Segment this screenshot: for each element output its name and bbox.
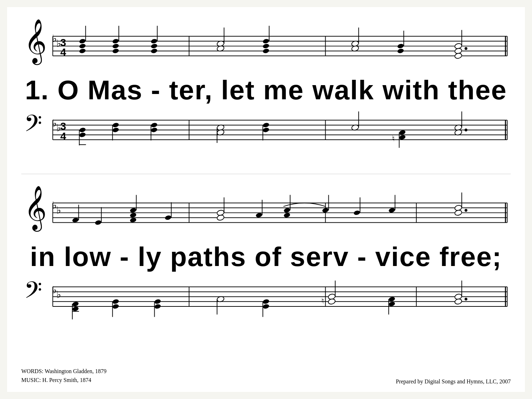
svg-point-78 bbox=[399, 134, 406, 140]
notation-svg-2: 𝄞 ♭ ♭ bbox=[21, 181, 511, 337]
svg-point-24 bbox=[150, 43, 157, 49]
svg-point-161 bbox=[388, 296, 395, 302]
svg-point-38 bbox=[397, 43, 404, 49]
sheet-music-page: 𝄞 ♭ ♭ 3 4 bbox=[7, 7, 525, 392]
svg-point-42 bbox=[454, 52, 462, 59]
music-system-2: 𝄞 ♭ ♭ bbox=[7, 181, 525, 337]
svg-point-64 bbox=[112, 127, 119, 133]
svg-text:𝄞: 𝄞 bbox=[24, 19, 47, 65]
svg-point-25 bbox=[150, 38, 157, 44]
svg-point-61 bbox=[79, 132, 86, 138]
svg-point-63 bbox=[112, 122, 119, 128]
svg-point-165 bbox=[454, 298, 462, 305]
svg-point-120 bbox=[353, 210, 360, 216]
svg-point-115 bbox=[283, 207, 290, 213]
words-credit: WORDS: Washington Gladden, 1879 bbox=[21, 367, 106, 376]
svg-point-104 bbox=[129, 217, 137, 223]
prepared-by: Prepared by Digital Songs and Hymns, LLC… bbox=[396, 378, 511, 385]
svg-text:♭: ♭ bbox=[56, 289, 61, 300]
svg-point-150 bbox=[154, 304, 161, 309]
svg-text:♭: ♭ bbox=[56, 205, 61, 216]
svg-point-122 bbox=[388, 207, 395, 213]
svg-point-20 bbox=[112, 43, 119, 49]
svg-text:𝄞: 𝄞 bbox=[24, 186, 47, 232]
svg-point-105 bbox=[129, 212, 137, 218]
svg-point-16 bbox=[79, 43, 86, 49]
section-divider bbox=[21, 174, 511, 174]
svg-text:𝄢: 𝄢 bbox=[24, 111, 42, 142]
svg-point-143 bbox=[72, 306, 79, 312]
music-credit: MUSIC: H. Percy Smith, 1874 bbox=[21, 376, 106, 385]
music-system-1: 𝄞 ♭ ♭ 3 4 bbox=[7, 14, 525, 170]
svg-point-32 bbox=[262, 38, 270, 44]
svg-point-43 bbox=[465, 47, 467, 50]
svg-point-142 bbox=[72, 301, 79, 307]
svg-point-154 bbox=[262, 299, 270, 304]
svg-point-126 bbox=[465, 209, 467, 212]
svg-point-113 bbox=[255, 212, 262, 218]
svg-point-108 bbox=[165, 215, 172, 221]
svg-point-106 bbox=[129, 207, 137, 213]
footer: WORDS: Washington Gladden, 1879 MUSIC: H… bbox=[21, 367, 511, 385]
svg-point-100 bbox=[72, 217, 79, 223]
lyrics-line-2: in low - ly paths of serv - vice free; bbox=[30, 241, 502, 272]
svg-point-116 bbox=[283, 212, 290, 218]
svg-point-111 bbox=[217, 210, 225, 216]
svg-point-31 bbox=[262, 43, 270, 49]
svg-point-72 bbox=[262, 122, 270, 128]
svg-point-37 bbox=[397, 48, 404, 54]
svg-point-67 bbox=[150, 127, 157, 133]
svg-point-30 bbox=[262, 48, 270, 54]
svg-point-83 bbox=[465, 129, 467, 132]
notation-svg-1: 𝄞 ♭ ♭ 3 4 bbox=[21, 14, 511, 170]
svg-point-15 bbox=[79, 48, 86, 54]
svg-point-118 bbox=[322, 207, 329, 213]
svg-point-60 bbox=[79, 127, 86, 133]
svg-point-66 bbox=[150, 122, 157, 128]
svg-text:4: 4 bbox=[60, 46, 66, 58]
svg-point-102 bbox=[95, 220, 102, 225]
svg-text:4: 4 bbox=[60, 130, 66, 142]
svg-point-147 bbox=[112, 304, 119, 309]
lyrics-line-1: 1. O Mas - ter, let me walk with thee bbox=[25, 74, 507, 105]
svg-point-17 bbox=[79, 38, 86, 44]
svg-point-155 bbox=[262, 304, 270, 309]
svg-point-149 bbox=[154, 299, 161, 304]
svg-text:♮: ♮ bbox=[392, 134, 395, 143]
svg-point-21 bbox=[112, 38, 119, 44]
svg-point-125 bbox=[454, 210, 462, 216]
svg-point-73 bbox=[262, 127, 270, 133]
svg-point-23 bbox=[150, 48, 157, 54]
svg-point-146 bbox=[112, 299, 119, 304]
svg-point-166 bbox=[465, 298, 467, 300]
svg-point-162 bbox=[388, 301, 395, 307]
svg-text:𝄢: 𝄢 bbox=[24, 278, 42, 309]
credits: WORDS: Washington Gladden, 1879 MUSIC: H… bbox=[21, 367, 106, 385]
svg-text:♮: ♮ bbox=[321, 297, 324, 305]
svg-point-159 bbox=[328, 298, 336, 305]
svg-point-79 bbox=[399, 129, 406, 135]
svg-point-19 bbox=[112, 48, 119, 54]
